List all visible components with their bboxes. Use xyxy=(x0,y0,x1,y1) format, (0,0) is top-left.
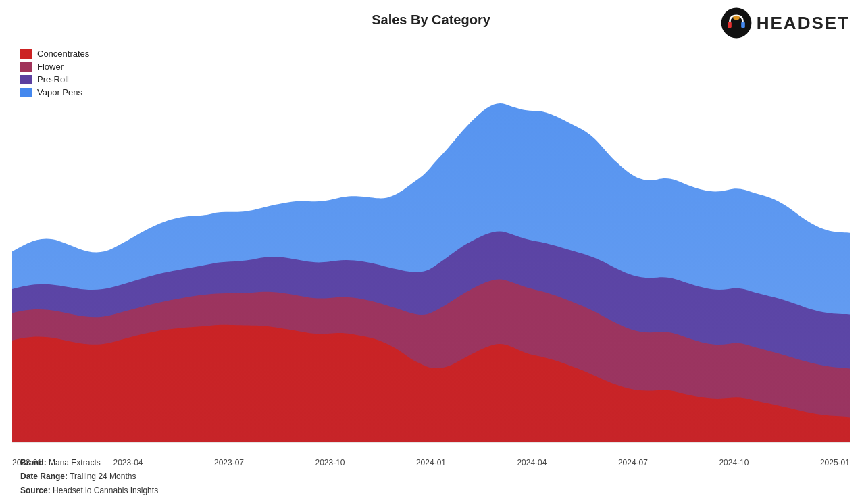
footer-date-range: Date Range: Trailing 24 Months xyxy=(20,470,158,483)
brand-value: Mana Extracts xyxy=(49,458,101,468)
x-label-3: 2023-10 xyxy=(315,458,345,468)
brand-label: Brand: xyxy=(20,458,47,468)
date-range-value: Trailing 24 Months xyxy=(70,472,136,481)
chart-svg xyxy=(12,46,850,443)
svg-rect-1 xyxy=(728,22,732,28)
date-range-label: Date Range: xyxy=(20,472,68,481)
x-label-6: 2024-07 xyxy=(618,458,648,468)
chart-footer: Brand: Mana Extracts Date Range: Trailin… xyxy=(20,456,158,497)
source-label: Source: xyxy=(20,486,51,495)
x-label-2: 2023-07 xyxy=(214,458,244,468)
svg-point-3 xyxy=(733,16,740,20)
x-label-8: 2025-01 xyxy=(820,458,850,468)
headset-logo-icon xyxy=(720,7,753,39)
chart-container: Sales By Category HEADSET Concentrates F… xyxy=(0,0,862,504)
logo-text: HEADSET xyxy=(757,13,850,34)
footer-brand: Brand: Mana Extracts xyxy=(20,456,158,470)
chart-area xyxy=(12,46,850,443)
svg-rect-2 xyxy=(741,22,745,28)
source-value: Headset.io Cannabis Insights xyxy=(53,486,158,495)
x-label-5: 2024-04 xyxy=(517,458,547,468)
x-label-4: 2024-01 xyxy=(416,458,446,468)
x-label-7: 2024-10 xyxy=(719,458,749,468)
footer-source: Source: Headset.io Cannabis Insights xyxy=(20,484,158,497)
logo: HEADSET xyxy=(720,7,850,39)
svg-point-0 xyxy=(721,8,751,39)
